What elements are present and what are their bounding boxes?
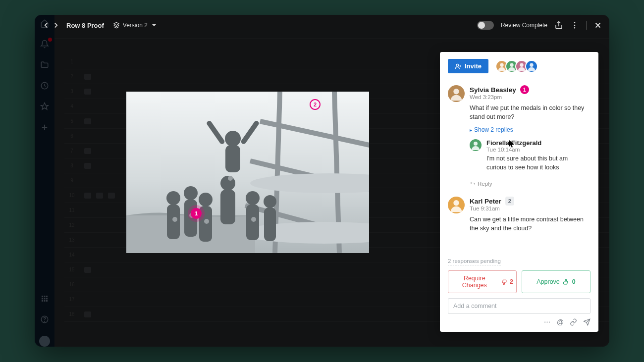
review-complete-label: Review Complete	[501, 22, 547, 29]
require-count: 2	[510, 278, 513, 285]
next-arrow-icon[interactable]	[52, 21, 60, 30]
reply-icon	[470, 181, 476, 187]
share-icon[interactable]	[554, 21, 563, 30]
svg-point-46	[500, 63, 503, 66]
svg-point-42	[204, 219, 209, 224]
panel-footer: 2 responses pending Require Changes 2 Ap…	[440, 252, 598, 332]
approve-label: Approve	[537, 278, 560, 285]
svg-point-44	[251, 217, 256, 222]
approve-count: 0	[572, 278, 576, 285]
svg-point-52	[453, 200, 459, 206]
comment-reply: Fiorella Fitzgerald Tue 10:14am I'm not …	[470, 133, 591, 177]
comment-count-badge: 2	[505, 197, 514, 206]
comment: Sylvia Beasley 1 Wed 3:23pm What if we p…	[448, 80, 594, 192]
proof-title: Row 8 Proof	[66, 22, 104, 29]
proof-topbar: Row 8 Proof Version 2 Review Complete	[35, 15, 609, 36]
svg-point-51	[474, 142, 478, 146]
svg-point-13	[574, 25, 576, 26]
thumbs-up-icon	[563, 279, 569, 285]
comment-pin-badge: 1	[520, 85, 529, 94]
svg-point-47	[510, 63, 513, 66]
invite-label: Invite	[465, 62, 482, 70]
avatar	[470, 139, 482, 151]
svg-point-32	[184, 186, 198, 200]
app-window: 1 2 3 4 5 6 7 8 9 10 11 12 13 14 15 16 1…	[35, 15, 609, 347]
svg-point-30	[166, 191, 180, 205]
require-changes-button[interactable]: Require Changes 2	[448, 270, 517, 293]
avatar	[448, 85, 465, 102]
require-changes-label: Require Changes	[451, 275, 498, 289]
comment-input[interactable]	[448, 298, 590, 314]
comment-body: Can we get a little more contrast betwee…	[470, 215, 591, 233]
comment-author: Sylvia Beasley	[470, 86, 516, 94]
comment-time: Tue 9:31am	[470, 206, 514, 211]
attach-icon[interactable]	[570, 318, 577, 326]
invite-button[interactable]: Invite	[448, 59, 488, 73]
layers-icon	[113, 22, 120, 29]
svg-point-43	[228, 176, 233, 181]
comment-body: I'm not sure about this but am curious t…	[486, 155, 589, 172]
svg-point-14	[574, 27, 576, 29]
version-label: Version 2	[123, 22, 148, 29]
svg-rect-29	[220, 190, 235, 224]
svg-rect-31	[167, 205, 180, 239]
svg-point-50	[453, 89, 459, 94]
avatar	[448, 197, 465, 213]
svg-rect-39	[264, 207, 276, 241]
avatar[interactable]	[525, 60, 538, 73]
svg-point-28	[220, 176, 235, 191]
mention-icon[interactable]: @	[557, 318, 564, 326]
version-selector[interactable]: Version 2	[113, 22, 156, 29]
svg-point-48	[520, 63, 523, 66]
reply-link[interactable]: Reply	[470, 181, 591, 187]
annotation-pin-2[interactable]: 2	[310, 99, 321, 110]
comment-author: Karl Peter	[470, 198, 501, 205]
comment-body: What if we put the medals in color so th…	[470, 104, 591, 121]
svg-point-53	[544, 321, 545, 322]
person-plus-icon	[455, 63, 462, 70]
svg-point-24	[225, 131, 241, 147]
comment-time: Wed 3:23pm	[470, 94, 529, 100]
svg-rect-25	[225, 145, 240, 172]
reviewer-avatars	[498, 60, 538, 73]
show-replies-link[interactable]: Show 2 replies	[470, 126, 591, 133]
close-icon[interactable]	[593, 21, 602, 30]
svg-point-45	[456, 64, 459, 66]
svg-rect-37	[246, 205, 259, 240]
chevron-down-icon	[152, 24, 156, 26]
svg-point-54	[547, 321, 548, 322]
comments-scroll[interactable]: Sylvia Beasley 1 Wed 3:23pm What if we p…	[440, 78, 598, 252]
more-icon[interactable]	[570, 21, 579, 30]
approve-button[interactable]: Approve 0	[522, 270, 590, 293]
pending-responses-label[interactable]: 2 responses pending	[448, 258, 501, 265]
comment: Karl Peter 2 Tue 9:31am Can we get a lit…	[448, 192, 594, 238]
svg-point-34	[199, 193, 213, 207]
prev-arrow-icon[interactable]	[42, 21, 51, 30]
svg-point-55	[549, 321, 550, 322]
comments-panel: Invite Sylvia Beasley 1	[440, 52, 598, 332]
annotation-pin-1[interactable]: 1	[191, 208, 202, 219]
svg-point-12	[574, 22, 576, 23]
send-icon[interactable]	[583, 318, 590, 326]
svg-point-49	[530, 63, 533, 66]
cursor-icon	[509, 140, 515, 148]
svg-point-40	[172, 217, 177, 222]
svg-point-38	[264, 195, 276, 208]
review-complete-toggle[interactable]	[477, 21, 494, 30]
proof-image[interactable]: 1 2	[126, 92, 369, 253]
svg-point-36	[246, 191, 260, 205]
thumbs-down-icon	[501, 279, 507, 285]
more-tools-icon[interactable]	[543, 318, 551, 326]
